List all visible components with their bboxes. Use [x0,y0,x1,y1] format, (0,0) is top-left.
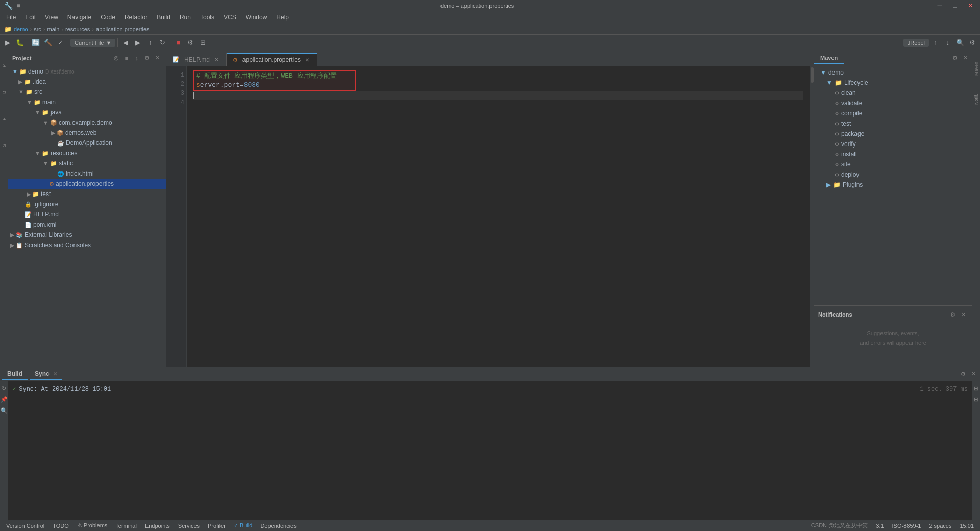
notifications-close-btn[interactable]: ✕ [959,310,968,319]
breadcrumb-resources[interactable]: resources [65,26,90,32]
menu-edit[interactable]: Edit [21,13,40,22]
code-editor[interactable]: # 配置文件 应用程序类型，WEB 应用程序配置 server.port=808… [187,66,810,367]
panel-sort-button[interactable]: ↕ [132,54,141,63]
bottom-settings-btn[interactable]: ⚙ [959,370,968,379]
menu-tools[interactable]: Tools [196,13,218,22]
tree-item-demo-app[interactable]: ☕ DemoApplication [8,138,166,148]
run-button[interactable]: ▶ [2,37,13,49]
editor-scrollbar[interactable] [810,66,814,367]
maven-site[interactable]: ⚙ site [814,159,972,170]
breadcrumb-demo[interactable]: demo [14,26,28,32]
tree-item-pom-xml[interactable]: 📄 pom.xml [8,220,166,230]
status-profiler[interactable]: Profiler [206,523,228,529]
status-version-control[interactable]: Version Control [4,523,46,529]
tree-item-help-md[interactable]: 📝 HELP.md [8,209,166,220]
tree-item-resources[interactable]: ▼ 📁 resources [8,148,166,158]
minimize-button[interactable]: ─ [934,0,945,11]
maven-plugins-group[interactable]: ▶ 📁 Plugins [814,180,972,190]
tree-item-java[interactable]: ▼ 📁 java [8,107,166,117]
notifications-sidebar-tab[interactable]: Notif. [973,84,980,114]
status-endpoints[interactable]: Endpoints [143,523,172,529]
status-problems[interactable]: ⚠ Problems [75,522,110,529]
breadcrumb-src[interactable]: src [34,26,41,32]
status-indent[interactable]: 2 spaces [927,523,953,529]
tree-item-external-libs[interactable]: ▶ 📚 External Libraries [8,230,166,240]
maven-test[interactable]: ⚙ test [814,118,972,129]
menu-navigate[interactable]: Navigate [63,13,95,22]
hammer-button[interactable]: 🔨 [42,37,54,49]
menu-code[interactable]: Code [96,13,119,22]
menu-help[interactable]: Help [272,13,293,22]
tree-item-idea[interactable]: ▶ 📁 .idea [8,77,166,87]
tree-item-gitignore[interactable]: 🔒 .gitignore [8,199,166,209]
find-tab-icon[interactable]: F [1,106,8,132]
vcs-update-button[interactable]: ↓ [942,37,953,49]
current-file-button[interactable]: Current File ▼ [70,39,115,47]
menu-run[interactable]: Run [176,13,195,22]
menu-view[interactable]: View [41,13,62,22]
panel-locate-button[interactable]: ◎ [112,54,121,63]
bottom-tab-sync[interactable]: Sync ✕ [30,368,62,380]
notifications-settings-btn[interactable]: ⚙ [948,310,958,319]
close-button[interactable]: ✕ [965,0,976,11]
status-encoding[interactable]: ISO-8859-1 [890,523,923,529]
breadcrumb-main[interactable]: main [47,26,60,32]
commit-button[interactable]: ✓ [55,37,66,49]
tree-root[interactable]: ▼ 📁 demo D:\test\demo [8,66,166,77]
maven-compile[interactable]: ⚙ compile [814,108,972,118]
maven-install[interactable]: ⚙ install [814,149,972,159]
bottom-tab-sync-close[interactable]: ✕ [53,371,57,377]
structure-tab-icon[interactable]: S [1,133,8,158]
status-build[interactable]: ✓ Build [232,522,255,529]
menu-refactor[interactable]: Refactor [120,13,152,22]
maven-deploy[interactable]: ⚙ deploy [814,170,972,180]
build-right-btn-1[interactable]: ⊞ [972,383,981,393]
menu-vcs[interactable]: VCS [219,13,240,22]
menu-build[interactable]: Build [153,13,175,22]
build-right-btn-2[interactable]: ⊟ [972,395,981,404]
tab-app-props[interactable]: ⚙ application.properties ✕ [227,53,317,66]
maven-tab[interactable]: Maven [814,53,844,64]
stop-button[interactable]: ■ [173,37,184,49]
tree-item-demos-web[interactable]: ▶ 📦 demos.web [8,128,166,138]
project-tab-icon[interactable]: P [1,53,8,79]
build-sync-btn[interactable]: ↻ [0,383,9,393]
status-services[interactable]: Services [176,523,202,529]
panel-close-button[interactable]: ✕ [153,54,162,63]
tree-item-static[interactable]: ▼ 📁 static [8,158,166,168]
status-dependencies[interactable]: Dependencies [258,523,298,529]
status-todo[interactable]: TODO [51,523,71,529]
tree-item-com[interactable]: ▼ 📦 com.example.demo [8,117,166,128]
bottom-close-btn[interactable]: ✕ [969,370,978,379]
status-terminal[interactable]: Terminal [113,523,139,529]
nav-forward-button[interactable]: ▶ [132,37,143,49]
tree-item-main[interactable]: ▼ 📁 main [8,97,166,107]
tree-item-app-props[interactable]: ⚙ application.properties [8,179,166,189]
nav-back-button[interactable]: ◀ [120,37,131,49]
tree-item-test[interactable]: ▶ 📁 test [8,189,166,199]
bottom-tab-build[interactable]: Build [2,368,28,380]
bookmarks-tab-icon[interactable]: B [1,80,8,105]
settings-gear-button[interactable]: ⚙ [967,37,978,49]
maven-settings-btn[interactable]: ⚙ [950,54,960,63]
menu-window[interactable]: Window [241,13,272,22]
maven-lifecycle-group[interactable]: ▼ 📁 Lifecycle [814,78,972,88]
debug-button[interactable]: 🐛 [14,37,26,49]
sync-button[interactable]: 🔄 [30,37,41,49]
nav-up-button[interactable]: ↑ [144,37,156,49]
tree-item-src[interactable]: ▼ 📁 src [8,87,166,97]
maven-clean[interactable]: ⚙ clean [814,88,972,98]
terminal-button[interactable]: ⊞ [197,37,208,49]
maven-root[interactable]: ▼ demo [814,67,972,78]
maven-sidebar-tab[interactable]: Maven [973,53,980,84]
panel-expand-button[interactable]: ≡ [122,54,131,63]
build-search-btn[interactable]: 🔍 [0,406,9,415]
panel-options-button[interactable]: ⚙ [142,54,152,63]
build-pin-btn[interactable]: 📌 [0,395,9,404]
tab-help-md-close[interactable]: ✕ [213,56,220,63]
maven-close-btn[interactable]: ✕ [961,54,970,63]
tab-app-props-close[interactable]: ✕ [304,56,311,63]
search-everywhere-button[interactable]: 🔍 [954,37,966,49]
tree-item-scratches[interactable]: ▶ 📋 Scratches and Consoles [8,240,166,250]
settings-button[interactable]: ⚙ [185,37,196,49]
